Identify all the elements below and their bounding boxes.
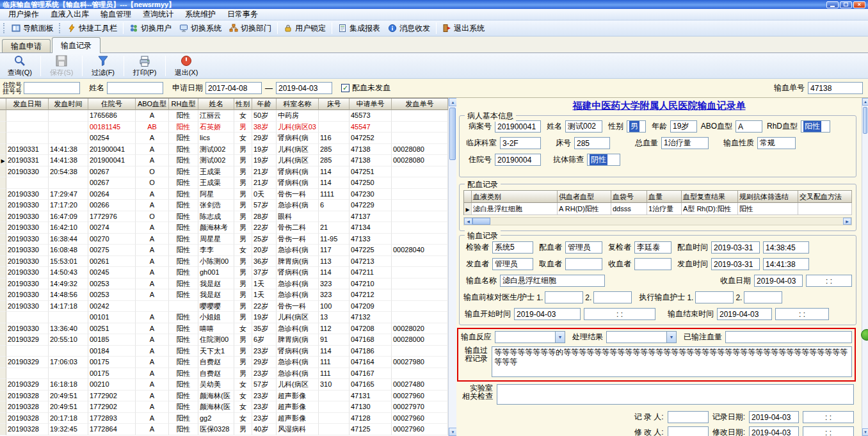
inpatient-no-input[interactable] bbox=[24, 82, 80, 94]
green-indicator-button[interactable] bbox=[861, 329, 868, 341]
table-row[interactable]: 00267 O 阳性 王成渠 男 21岁 肾病科(病 114 047250 bbox=[0, 177, 448, 189]
match-column-header[interactable]: 供血者血型 bbox=[558, 191, 611, 203]
start-date-field[interactable]: 2019-04-03 bbox=[514, 308, 581, 320]
print-button[interactable]: 打印(P) bbox=[129, 54, 161, 77]
column-header[interactable]: ABO血型 bbox=[136, 99, 169, 110]
scroll-right-icon[interactable]: ▶ bbox=[843, 218, 851, 225]
menu-item[interactable]: 用户操作 bbox=[3, 8, 45, 20]
menu-item[interactable]: 查询统计 bbox=[137, 8, 179, 20]
chevron-down-icon[interactable]: ▼ bbox=[666, 332, 676, 343]
scrollbar-thumb[interactable] bbox=[449, 108, 456, 160]
issue-time-field[interactable]: 14:41:38 bbox=[763, 258, 809, 270]
table-row[interactable]: 20190329 20:55:10 00185 A 阳性 住院测00 男 6岁 … bbox=[0, 334, 448, 346]
exit-button[interactable]: 退出(X) bbox=[170, 54, 202, 77]
table-row[interactable]: 20190330 14:17:18 00242 嘤嘤嘤 男 22岁 骨伤一科 1… bbox=[0, 301, 448, 312]
query-button[interactable]: 查询(Q) bbox=[4, 54, 36, 77]
scroll-up-icon[interactable]: ▲ bbox=[862, 98, 868, 106]
matched-unissued-checkbox[interactable]: ✓ bbox=[341, 84, 350, 92]
menu-item[interactable]: 系统维护 bbox=[179, 8, 221, 20]
table-row[interactable]: 20190330 17:17:20 00266 A 阳性 张剑浩 男 57岁 急… bbox=[0, 200, 448, 211]
table-row[interactable]: 20190331 14:41:38 201900041 A 阳性 测试002 男… bbox=[0, 155, 448, 166]
match-column-header[interactable]: 规则抗体筛选结 bbox=[738, 191, 798, 203]
nav-panel-button[interactable]: 导航面板 bbox=[8, 22, 58, 35]
nature-field[interactable]: 常规 bbox=[757, 137, 796, 149]
end-time-field[interactable]: : : bbox=[775, 308, 829, 320]
receiver-field[interactable] bbox=[634, 258, 671, 270]
toolbar-grip[interactable] bbox=[3, 23, 5, 33]
name-input[interactable] bbox=[107, 82, 163, 94]
save-button[interactable]: 保存(S) bbox=[45, 54, 77, 77]
clinical-dept-field[interactable]: 3-2F bbox=[500, 137, 541, 149]
table-vertical-scrollbar[interactable]: ▲ ▼ bbox=[448, 98, 456, 436]
table-row[interactable]: 20190328 20:49:51 1772902 A 阳性 颜海林(医 女 2… bbox=[0, 391, 448, 402]
form-vertical-scrollbar[interactable]: ▲ ▼ bbox=[862, 98, 868, 436]
table-row[interactable]: 20190328 20:49:51 1772902 A 阳性 颜海林(医 女 2… bbox=[0, 401, 448, 413]
lab-check-textarea[interactable] bbox=[497, 384, 854, 405]
date-to-input[interactable]: 2019-04-03 bbox=[276, 82, 332, 94]
blood-name-field[interactable]: 滤白悬浮红细胞 bbox=[500, 275, 605, 287]
column-header[interactable]: 姓名 bbox=[198, 99, 234, 110]
table-row[interactable]: 00175 A 阳性 自费赵 男 23岁 急诊科(病 111 047167 bbox=[0, 368, 448, 380]
scrollbar-thumb[interactable] bbox=[863, 107, 867, 134]
minimize-button[interactable] bbox=[826, 1, 839, 8]
abo-field[interactable]: A bbox=[735, 120, 762, 133]
table-row[interactable]: 20190331 14:41:38 201900041 A 阳性 测试002 男… bbox=[0, 144, 448, 156]
sex-field[interactable]: 男 bbox=[627, 120, 646, 133]
taker-field[interactable] bbox=[565, 258, 602, 270]
match-row[interactable]: 滤白悬浮红细胞 A RH(D)阳性 ddsss 1治疗量 A型 Rh(D):阳性… bbox=[463, 203, 852, 215]
table-row[interactable]: 20190328 19:32:45 1772864 A 阳性 医保0328 男 … bbox=[0, 424, 448, 435]
scroll-down-icon[interactable]: ▼ bbox=[862, 428, 868, 436]
inpatient-field[interactable]: 20190004 bbox=[495, 154, 541, 166]
match-column-header[interactable]: 血型复查结果 bbox=[682, 191, 738, 203]
handle-result-combo[interactable]: ▼ bbox=[606, 331, 677, 343]
match-column-header[interactable]: 血袋号 bbox=[611, 191, 647, 203]
close-button[interactable]: × bbox=[853, 1, 865, 8]
match-column-header[interactable]: 血量 bbox=[647, 191, 682, 203]
scrollbar-track[interactable] bbox=[490, 218, 843, 225]
precheck2-field[interactable] bbox=[593, 291, 632, 303]
column-header[interactable]: 发血时间 bbox=[49, 99, 88, 110]
column-header[interactable]: 发血单号 bbox=[392, 99, 448, 110]
rhd-field[interactable]: 阳性 bbox=[801, 120, 830, 133]
column-header[interactable]: 申请单号 bbox=[350, 99, 392, 110]
column-header[interactable]: 性别 bbox=[234, 99, 252, 110]
modifier-field[interactable] bbox=[668, 426, 709, 436]
table-row[interactable]: 20190330 16:38:44 00270 A 阳性 周星星 男 25岁 骨… bbox=[0, 234, 448, 245]
menu-item[interactable]: 日常事务 bbox=[221, 8, 264, 20]
column-header[interactable]: 发血日期 bbox=[6, 99, 49, 110]
modify-date-field[interactable]: 2019-04-03 bbox=[749, 426, 799, 436]
issue-date-field[interactable]: 2019-03-31 bbox=[711, 258, 760, 270]
table-row[interactable]: 20190330 15:53:01 00261 A 阳性 小陈测00 男 36岁… bbox=[0, 256, 448, 268]
table-row[interactable]: 20190329 16:18:18 00210 A 阳性 吴幼美 女 57岁 儿… bbox=[0, 379, 448, 391]
process-record-textarea[interactable]: 等等等等等等等等的等等等等等等等等等等等等等等等等等等等等等等等等等等等等等等等… bbox=[492, 346, 852, 377]
column-header[interactable]: 科室名称 bbox=[277, 99, 319, 110]
scrollbar-thumb[interactable] bbox=[472, 218, 490, 225]
patient-name-field[interactable]: 测试002 bbox=[565, 120, 602, 133]
table-row[interactable]: 00184 A 阳性 天下太1 男 23岁 肾病科(病 114 047186 bbox=[0, 346, 448, 357]
antibody-screen-field[interactable]: 阴性 bbox=[587, 154, 620, 166]
exec2-field[interactable] bbox=[744, 291, 782, 303]
matcher-field[interactable]: 管理员 bbox=[565, 241, 602, 254]
column-header[interactable]: RH血型 bbox=[169, 99, 198, 110]
bed-no-field[interactable]: 285 bbox=[574, 137, 610, 149]
reaction-combo[interactable]: ▼ bbox=[495, 331, 565, 343]
switch-system-button[interactable]: 切换系统 bbox=[175, 22, 225, 35]
match-time-field[interactable]: 14:38:45 bbox=[763, 241, 809, 254]
message-button[interactable]: 消息收发 bbox=[384, 22, 434, 35]
transfusion-order-input[interactable]: 47138 bbox=[808, 82, 863, 94]
switch-user-button[interactable]: 切换用户 bbox=[125, 22, 175, 35]
chevron-down-icon[interactable]: ▼ bbox=[555, 332, 565, 343]
filter-button[interactable]: 过滤(F) bbox=[87, 54, 119, 77]
column-header[interactable]: 住院号 bbox=[88, 99, 136, 110]
case-no-field[interactable]: 201900041 bbox=[495, 120, 541, 133]
record-time-field[interactable]: : : bbox=[803, 411, 854, 423]
rechecker-field[interactable]: 李廷泰 bbox=[634, 241, 671, 254]
table-row[interactable]: 1765686 A 阳性 江丽云 女 50岁 中药房 45573 bbox=[0, 110, 448, 122]
table-row[interactable]: 20190330 14:50:43 00245 A 阳性 gh001 男 37岁… bbox=[0, 267, 448, 279]
menu-item[interactable]: 血液入出库 bbox=[45, 8, 95, 20]
switch-dept-button[interactable]: 切换部门 bbox=[225, 22, 275, 35]
match-date-field[interactable]: 2019-03-31 bbox=[711, 241, 760, 254]
table-row[interactable]: 20190330 14:48:56 00253 A 阳性 我是赵 男 1天 急诊… bbox=[0, 289, 448, 301]
table-row[interactable]: 20190330 16:08:48 00275 A 阳性 李李 女 20岁 急诊… bbox=[0, 245, 448, 256]
tab-transfusion-request[interactable]: 输血申请 bbox=[2, 39, 51, 52]
